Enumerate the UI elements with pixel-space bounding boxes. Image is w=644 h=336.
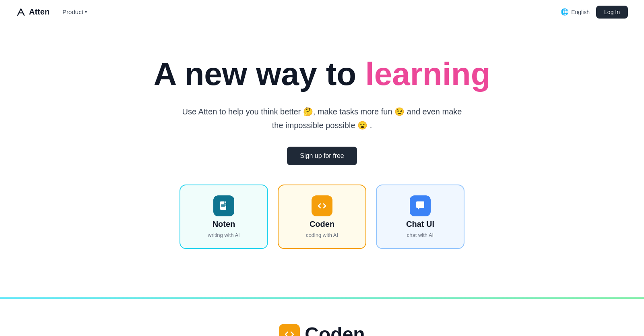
atten-logo-icon (16, 7, 26, 17)
chatui-bubble-icon (414, 200, 426, 212)
hero-title-part1: A new way to (153, 56, 365, 92)
card-coden-desc: coding with AI (306, 232, 338, 238)
coden-code-icon (316, 200, 328, 212)
bottom-coden-code-icon (283, 328, 295, 336)
noten-doc-icon (218, 200, 229, 212)
chatui-icon-bg (410, 195, 431, 216)
bottom-section: Coden (0, 299, 644, 336)
card-coden[interactable]: Coden coding with AI (278, 185, 366, 249)
bottom-coden-icon (279, 324, 300, 336)
product-menu-button[interactable]: Product ▾ (62, 8, 87, 15)
product-cards: Noten writing with AI Coden coding with … (180, 185, 464, 249)
card-noten-name: Noten (213, 220, 235, 229)
globe-icon: 🌐 (561, 8, 569, 16)
card-coden-name: Coden (310, 220, 334, 229)
card-noten-desc: writing with AI (208, 232, 239, 238)
card-chatui[interactable]: Chat UI chat with AI (376, 185, 464, 249)
navbar: Atten Product ▾ 🌐 English Log In (0, 0, 644, 24)
card-chatui-name: Chat UI (406, 220, 434, 229)
bottom-coden-logo: Coden (279, 323, 365, 336)
noten-icon-bg (213, 195, 234, 216)
login-button[interactable]: Log In (596, 6, 628, 19)
language-selector[interactable]: 🌐 English (561, 8, 590, 16)
signup-button[interactable]: Sign up for free (287, 147, 357, 165)
chevron-down-icon: ▾ (85, 10, 87, 14)
card-noten[interactable]: Noten writing with AI (180, 185, 268, 249)
product-menu-label: Product (62, 8, 83, 15)
logo-text: Atten (29, 7, 50, 17)
navbar-left: Atten Product ▾ (16, 7, 87, 17)
bottom-coden-text: Coden (305, 323, 365, 336)
logo[interactable]: Atten (16, 7, 50, 17)
navbar-right: 🌐 English Log In (561, 6, 628, 19)
hero-title-accent: learning (365, 56, 490, 92)
hero-title: A new way to learning (153, 56, 490, 92)
hero-subtitle: Use Atten to help you think better 🤔, ma… (181, 105, 463, 132)
language-label: English (571, 9, 590, 15)
hero-section: A new way to learning Use Atten to help … (0, 24, 644, 297)
card-chatui-desc: chat with AI (407, 232, 433, 238)
coden-icon-bg (312, 195, 332, 216)
